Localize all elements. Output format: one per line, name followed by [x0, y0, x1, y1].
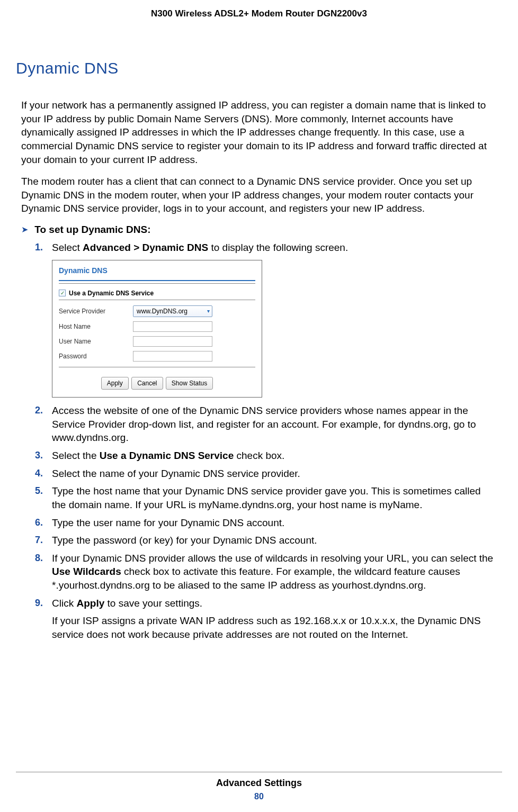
footer-section: Advanced Settings: [0, 778, 518, 789]
section-title: Dynamic DNS: [16, 59, 497, 77]
checkbox-row: ✓ Use a Dynamic DNS Service: [52, 287, 262, 300]
footer-page-number: 80: [0, 792, 518, 801]
username-label: User Name: [59, 337, 133, 346]
use-ddns-label: Use a Dynamic DNS Service: [69, 289, 154, 297]
steps-list: Select Advanced > Dynamic DNS to display…: [35, 241, 497, 642]
page-footer: Advanced Settings 80: [0, 772, 518, 801]
divider: [59, 300, 255, 300]
password-label: Password: [59, 352, 133, 360]
step-3: Select the Use a Dynamic DNS Service che…: [35, 449, 497, 463]
divider: [59, 280, 255, 281]
step-9-note: If your ISP assigns a private WAN IP add…: [52, 614, 497, 641]
footer-divider: [16, 772, 502, 772]
step-1-bold: Advanced > Dynamic DNS: [83, 242, 208, 253]
page-content: Dynamic DNS If your network has a perman…: [0, 59, 518, 642]
hostname-row: Host Name: [52, 319, 262, 334]
step-8-bold: Use Wildcards: [52, 566, 121, 577]
chevron-down-icon: ▾: [207, 308, 210, 315]
step-9-bold: Apply: [76, 598, 104, 609]
show-status-button[interactable]: Show Status: [166, 377, 213, 390]
apply-button[interactable]: Apply: [101, 377, 129, 390]
divider: [59, 283, 255, 284]
step-2: Access the website of one of the Dynamic…: [35, 404, 497, 445]
step-9: Click Apply to save your settings. If yo…: [35, 597, 497, 642]
step-3-bold: Use a Dynamic DNS Service: [100, 450, 234, 461]
provider-value: www.DynDNS.org: [137, 307, 187, 315]
password-input[interactable]: [133, 351, 212, 362]
username-row: User Name: [52, 334, 262, 349]
page-header: N300 Wireless ADSL2+ Modem Router DGN220…: [0, 0, 518, 30]
divider: [59, 367, 255, 367]
step-8-prefix: If your Dynamic DNS provider allows the …: [52, 553, 493, 564]
button-row: Apply Cancel Show Status: [52, 371, 262, 397]
intro-paragraph-1: If your network has a permanently assign…: [21, 98, 497, 166]
step-6: Type the user name for your Dynamic DNS …: [35, 516, 497, 530]
step-5: Type the host name that your Dynamic DNS…: [35, 484, 497, 511]
task-heading: ➤ To set up Dynamic DNS:: [21, 224, 497, 236]
step-1-suffix: to display the following screen.: [208, 242, 348, 253]
password-row: Password: [52, 349, 262, 364]
step-3-suffix: check box.: [234, 450, 284, 461]
cancel-button[interactable]: Cancel: [131, 377, 163, 390]
provider-label: Service Provider: [59, 307, 133, 315]
step-8: If your Dynamic DNS provider allows the …: [35, 552, 497, 592]
hostname-input[interactable]: [133, 321, 212, 332]
hostname-label: Host Name: [59, 322, 133, 331]
task-label: To set up Dynamic DNS:: [34, 224, 150, 235]
step-1: Select Advanced > Dynamic DNS to display…: [35, 241, 497, 398]
intro-paragraph-2: The modem router has a client that can c…: [21, 175, 497, 215]
provider-row: Service Provider www.DynDNS.org ▾: [52, 303, 262, 319]
step-4: Select the name of your Dynamic DNS serv…: [35, 467, 497, 481]
provider-select[interactable]: www.DynDNS.org ▾: [133, 305, 212, 317]
screenshot-title: Dynamic DNS: [52, 260, 262, 280]
step-9-suffix: to save your settings.: [104, 598, 202, 609]
username-input[interactable]: [133, 336, 212, 347]
triangle-icon: ➤: [21, 224, 32, 234]
step-7: Type the password (or key) for your Dyna…: [35, 534, 497, 547]
step-3-prefix: Select the: [52, 450, 100, 461]
step-1-prefix: Select: [52, 242, 83, 253]
embedded-screenshot: Dynamic DNS ✓ Use a Dynamic DNS Service …: [52, 260, 262, 398]
step-9-prefix: Click: [52, 598, 76, 609]
use-ddns-checkbox[interactable]: ✓: [59, 290, 66, 296]
